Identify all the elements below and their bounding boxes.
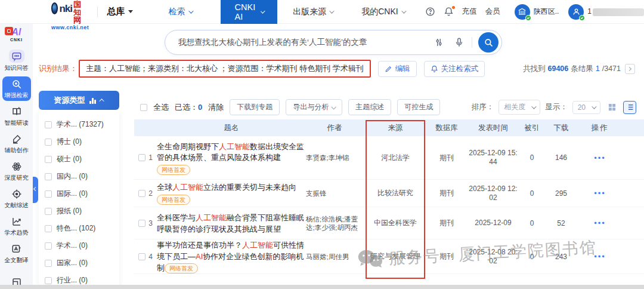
result-title-link[interactable]: 全科医学与人工智能融合背景下阻塞性睡眠呼吸暂停的诊疗现状及其挑战与展望 — [157, 213, 304, 233]
page-size-select[interactable]: 20 — [572, 101, 600, 114]
sidebar-item-academic-trends[interactable]: 学术趋势 — [2, 214, 31, 238]
results-toolbar: 全选 已选：0 清除 下载到专题 导出与分析 主题综述 可控生成 排序： 相关度… — [140, 99, 636, 115]
result-title-link[interactable]: 全球人工智能立法的重要关切与未来趋向 — [157, 183, 296, 192]
filter-checkbox[interactable] — [45, 242, 52, 250]
row-checkbox[interactable] — [138, 253, 145, 260]
advanced-filter-icon[interactable] — [434, 37, 444, 48]
filter-item-label: 国际... (0) — [57, 189, 88, 199]
red-extension-icon[interactable] — [5, 27, 13, 35]
nav-cnki-ai[interactable]: CNKI AI — [221, 0, 278, 24]
author-cell: 杨信;徐浩枫;潘萱达;李少强;胡丙杰 — [306, 215, 366, 232]
cnki-logo-brand: nki — [59, 4, 72, 14]
filter-item[interactable]: 国家... (0) — [45, 254, 119, 272]
source-cell[interactable]: 中国全科医学 — [366, 218, 425, 228]
row-checkbox[interactable] — [138, 190, 145, 197]
result-stats: 共找到 69406 条结果 1 /3471 — [523, 64, 635, 74]
user-avatar[interactable] — [568, 4, 584, 20]
sidebar-item-writing-assist[interactable]: 辅助创作 — [2, 131, 31, 156]
row-actions-button[interactable]: ••• — [577, 252, 623, 261]
current-page: 1 — [596, 64, 600, 73]
search-button[interactable] — [478, 32, 499, 53]
filter-checkbox[interactable] — [45, 121, 52, 128]
follow-query-button[interactable]: 关注检索式 — [424, 61, 485, 77]
filter-item[interactable]: 博士 (0) — [45, 133, 119, 150]
microphone-icon[interactable] — [454, 37, 465, 48]
filter-checkbox[interactable] — [45, 173, 52, 180]
grid-view-icon[interactable] — [605, 101, 618, 114]
row-actions-button[interactable]: ••• — [577, 189, 623, 198]
row-checkbox[interactable] — [138, 154, 145, 161]
select-all-checkbox[interactable] — [140, 104, 147, 111]
row-checkbox[interactable] — [138, 220, 145, 227]
filter-checkbox[interactable] — [45, 156, 52, 163]
column-header: 下载 — [546, 123, 577, 133]
filter-item[interactable]: 学术... (71327) — [45, 116, 119, 133]
download-to-topic-button[interactable]: 下载到专题 — [230, 99, 280, 115]
search-input[interactable] — [178, 38, 429, 47]
filter-checkbox[interactable] — [45, 190, 52, 198]
highlighted-keyword: 人工智能 — [196, 213, 227, 222]
filter-checkbox[interactable] — [45, 225, 52, 232]
column-header: 发表时间 — [468, 124, 518, 133]
sidebar-item-smart-reading[interactable]: 智能研读 — [2, 104, 31, 128]
result-title-cell: 事半功倍还是事倍功半？人工智能可供性情境下员工—AI协作对企业绿色创新的影响机制… — [157, 239, 306, 273]
filter-item[interactable]: 国际... (0) — [45, 185, 119, 202]
filter-checkbox[interactable] — [45, 139, 52, 146]
nav-zongku[interactable]: 总库 — [107, 6, 133, 17]
institution-avatar[interactable] — [515, 4, 530, 20]
row-number: 2 — [148, 189, 153, 198]
list-view-icon[interactable] — [623, 101, 636, 114]
export-analyze-button[interactable]: 导出与分析 — [286, 99, 342, 115]
nav-publication-source[interactable]: 出版来源 — [293, 7, 333, 17]
sidebar-item-deep-research[interactable]: 深度研究 — [2, 159, 31, 183]
speech-bubble-icon — [9, 50, 24, 63]
highlighted-keyword: AI — [196, 252, 203, 261]
sidebar-item-enhanced-search[interactable]: 增强检索 — [2, 76, 31, 101]
filter-checkbox[interactable] — [45, 277, 52, 284]
result-title-cell: 全科医学与人工智能融合背景下阻塞性睡眠呼吸暂停的诊疗现状及其挑战与展望 — [157, 212, 306, 234]
controlled-generation-button[interactable]: 可控生成 — [397, 99, 440, 115]
filter-item[interactable]: 学术... (0) — [45, 237, 119, 254]
table-header-row: 题名作者来源数据库发表时间被引下载操作 — [134, 119, 644, 136]
member-link[interactable]: 会员 — [485, 7, 500, 17]
filter-header[interactable]: 资源类型 — [39, 91, 119, 110]
clear-selection-button[interactable]: 清除 — [208, 102, 224, 113]
filter-item[interactable]: 硕士 (0) — [45, 150, 119, 168]
filter-item[interactable]: 国内... (0) — [45, 168, 119, 185]
nav-search[interactable]: 检索 — [169, 7, 192, 17]
help-icon[interactable] — [425, 7, 435, 17]
database-cell: 期刊 — [425, 251, 468, 262]
row-actions-button[interactable]: ••• — [577, 153, 623, 162]
row-actions-button[interactable]: ••• — [577, 219, 623, 227]
next-page-button[interactable] — [625, 64, 635, 74]
sidebar-item-fulltext-translate[interactable]: 全文翻译 — [2, 241, 31, 266]
book-icon — [11, 106, 23, 118]
sidebar-item-literature-review[interactable]: 文献综述 — [2, 186, 31, 211]
filter-item[interactable]: 报纸 (0) — [45, 202, 119, 220]
result-title-link[interactable]: 全生命周期视野下人工智能数据出境安全监管的具体场景、重点风险及体系构建 — [157, 142, 304, 162]
bar-chart-icon — [89, 97, 96, 104]
target-icon — [11, 188, 23, 200]
highlighted-keyword: 人工智能 — [242, 241, 273, 250]
filter-item[interactable]: 特色... (102) — [45, 220, 119, 237]
selected-count: 0 — [198, 103, 202, 112]
results-table-body: 1全生命周期视野下人工智能数据出境安全监管的具体场景、重点风险及体系构建网络首发… — [134, 136, 644, 289]
topic-summary-button[interactable]: 主题综述 — [348, 99, 391, 115]
source-cell[interactable]: 比较法研究 — [366, 188, 425, 198]
source-cell[interactable]: 河北法学 — [366, 153, 425, 163]
cnki-logo[interactable]: nki 中国知网 www.cnki.net — [51, 0, 89, 30]
source-cell[interactable]: 研究与发展管理 — [366, 251, 425, 262]
nav-my-cnki[interactable]: 我的CNKI — [361, 7, 404, 17]
filter-checkbox[interactable] — [45, 208, 52, 215]
chevron-up-icon — [99, 99, 104, 103]
sort-select[interactable]: 相关度 — [499, 100, 540, 115]
sidebar-collapse-handle[interactable] — [33, 177, 38, 203]
sidebar-item-knowledge-qa[interactable]: 知识问答 — [2, 48, 31, 73]
edit-query-button[interactable]: 编辑 — [378, 61, 417, 77]
recharge-link[interactable]: 充值 — [462, 7, 477, 17]
blurred-phone-number — [593, 8, 644, 16]
filter-checkbox[interactable] — [45, 260, 52, 267]
translate-icon — [11, 243, 23, 255]
notification-bell-icon[interactable] — [444, 7, 454, 17]
table-row: 4事半功倍还是事倍功半？人工智能可供性情境下员工—AI协作对企业绿色创新的影响机… — [134, 239, 644, 273]
